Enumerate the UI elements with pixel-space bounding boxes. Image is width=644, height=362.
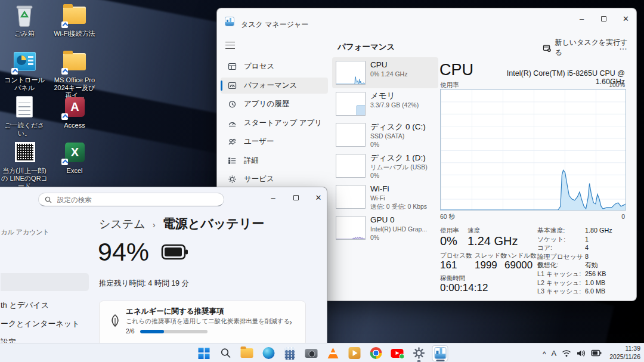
tray-time: 11:39 <box>609 345 640 353</box>
users-icon <box>228 137 237 146</box>
camera-icon <box>305 349 318 358</box>
processes-icon <box>228 62 237 71</box>
maximize-icon <box>601 16 606 21</box>
maximize-button[interactable] <box>284 190 307 205</box>
taskbar-search-button[interactable] <box>218 345 234 361</box>
sidebar-item-network-internet[interactable]: ークとインターネット <box>1 318 79 329</box>
nav-item-processes[interactable]: プロセス <box>221 58 328 75</box>
perf-row-memory[interactable]: メモリ 3.3/7.9 GB (42%) <box>332 88 438 119</box>
nav-item-services[interactable]: サービス <box>221 171 328 187</box>
nav-label: スタートアップ アプリ <box>244 118 322 128</box>
task-manager-nav: プロセス パフォーマンス アプリの履歴 スタートアップ アプリ ユーザー 詳細 … <box>221 58 328 190</box>
battery-tray-icon[interactable] <box>591 349 602 357</box>
document-icon <box>16 96 33 117</box>
stat-label: ハンドル数 <box>504 252 536 260</box>
cpu-heading: CPU <box>439 61 473 79</box>
cpu-usage-chart <box>440 89 626 211</box>
battery-percent: 94% <box>98 237 149 267</box>
taskbar-calculator[interactable] <box>282 345 298 361</box>
close-button[interactable]: ✕ <box>615 11 637 26</box>
taskbar-chrome[interactable] <box>368 345 384 361</box>
taskbar-file-explorer[interactable] <box>239 345 255 361</box>
taskbar-start-button[interactable] <box>196 345 212 361</box>
desktop-icon-control-panel[interactable]: コントロール パネル <box>1 49 48 92</box>
more-options-button[interactable]: … <box>615 40 631 55</box>
desktop-icon-qr-code[interactable]: 当方(川上一郎)の LINEのQRコード <box>1 140 48 191</box>
nav-item-startup-apps[interactable]: スタートアップ アプリ <box>221 115 328 131</box>
cpu-details: 基本速度:1.80 GHz ソケット:1 コア:4 論理プロセッサ数:8 仮想化… <box>537 227 633 296</box>
ime-indicator[interactable]: A <box>552 349 557 358</box>
stat-value: 1999 <box>475 259 497 271</box>
desktop-icon-access[interactable]: A Access <box>51 95 98 129</box>
perf-row-disk0[interactable]: ディスク 0 (C:) SSD (SATA) 0% <box>332 119 438 150</box>
edge-icon <box>262 347 274 359</box>
nav-item-performance[interactable]: パフォーマンス <box>221 78 328 94</box>
wifi-icon[interactable] <box>562 349 571 357</box>
nav-label: サービス <box>244 174 274 184</box>
stat-value: 69000 <box>504 259 532 271</box>
services-gear-icon <box>228 175 237 184</box>
media-player-icon <box>348 347 360 359</box>
perf-row-wifi[interactable]: Wi-Fi Wi-Fi 送信: 0 受信: 0 Kbps <box>332 181 438 212</box>
settings-gear-icon <box>413 347 425 359</box>
energy-recommendations-card[interactable]: エネルギーに関する推奨事項 これらの推奨事項を適用して二酸化炭素排出量を削減する… <box>99 301 306 346</box>
battery-icon <box>161 244 188 260</box>
minimize-button[interactable]: – <box>262 190 284 205</box>
nav-item-app-history[interactable]: アプリの履歴 <box>221 96 328 112</box>
desktop-icon-label: Access <box>51 122 98 129</box>
axis-label: 使用率 <box>440 81 459 89</box>
calculator-icon <box>285 347 295 360</box>
breadcrumb-separator-icon: › <box>153 219 156 230</box>
desktop-icon-recycle-bin[interactable]: ごみ箱 <box>1 3 48 38</box>
perf-row-disk1[interactable]: ディスク 1 (D:) リムーバブル (USB) 0% <box>332 150 438 181</box>
axis-label: 0 <box>621 213 625 220</box>
taskbar-task-manager-active[interactable] <box>432 345 448 361</box>
nav-item-users[interactable]: ユーザー <box>221 134 328 150</box>
sidebar-item-bluetooth-devices[interactable]: th とデバイス <box>1 300 49 311</box>
close-button[interactable]: ✕ <box>307 190 330 205</box>
tray-overflow-chevron-icon[interactable]: ^ <box>543 350 546 358</box>
speaker-icon[interactable] <box>577 349 586 357</box>
breadcrumb-system[interactable]: システム <box>99 216 145 232</box>
new-task-icon <box>543 44 552 52</box>
perf-row-cpu[interactable]: CPU 0% 1.24 GHz <box>332 57 438 88</box>
taskbar-media-player[interactable] <box>346 345 363 361</box>
wifi-mini-chart <box>336 185 366 209</box>
settings-window: – ✕ カル アカウント th とデバイス ークとインターネット 設定 システム… <box>0 187 327 362</box>
startup-icon <box>228 119 237 128</box>
energy-card-desc: これらの推奨事項を適用して二酸化炭素排出量を削減する <box>126 317 290 326</box>
minimize-button[interactable]: – <box>571 11 593 26</box>
desktop-icon-label: Wi-Fi接続方法 <box>51 30 98 38</box>
desktop-icon-readme[interactable]: ご一読ください。 <box>1 95 48 137</box>
maximize-icon <box>293 195 299 200</box>
desktop-icon-excel[interactable]: X Excel <box>51 140 98 175</box>
nav-label: アプリの履歴 <box>244 99 289 109</box>
active-app-indicator <box>436 360 444 361</box>
stat-label: 使用率 <box>440 227 459 235</box>
stat-value: 161 <box>440 259 457 271</box>
taskbar-edge[interactable] <box>261 345 277 361</box>
hamburger-menu-icon[interactable] <box>225 42 235 49</box>
energy-card-title: エネルギーに関する推奨事項 <box>126 307 224 317</box>
desktop: ごみ箱 Wi-Fi接続方法 コントロール パネル MS Office Pro 2… <box>0 0 644 362</box>
perf-row-gpu[interactable]: GPU 0 Intel(R) UHD Grap... 0% <box>332 212 438 243</box>
task-manager-app-icon <box>225 17 234 26</box>
desktop-icon-msoffice-folder[interactable]: MS Office Pro 2024キー及び再イ... <box>51 49 98 100</box>
history-icon <box>228 100 237 109</box>
axis-label: 100% <box>609 81 625 88</box>
search-input[interactable] <box>56 196 218 204</box>
clock[interactable]: 11:39 2025/11/26 <box>607 345 640 361</box>
chevron-right-icon: › <box>289 317 292 327</box>
taskbar-settings[interactable] <box>411 345 427 361</box>
taskbar-camera[interactable] <box>304 345 320 361</box>
nav-item-details[interactable]: 詳細 <box>221 153 328 169</box>
maximize-button[interactable] <box>593 11 615 26</box>
settings-search-box[interactable] <box>38 193 224 206</box>
taskbar-vlc[interactable] <box>325 345 341 361</box>
desktop-icon-wifi-folder[interactable]: Wi-Fi接続方法 <box>51 3 98 38</box>
taskbar-youtube[interactable] <box>389 345 405 361</box>
stat-label: 稼働時間 <box>440 274 465 283</box>
youtube-icon <box>391 349 404 358</box>
sidebar-item-system-selected[interactable] <box>1 273 89 291</box>
stat-label: 速度 <box>467 227 480 235</box>
